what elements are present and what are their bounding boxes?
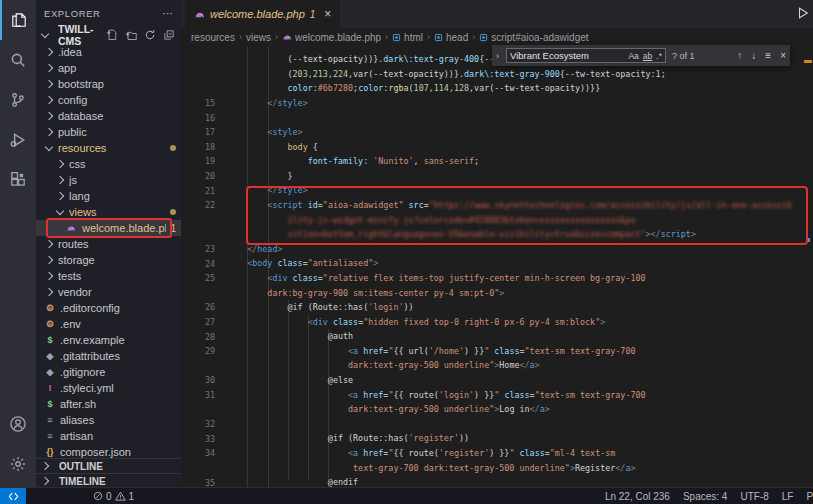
tree-item-storage[interactable]: storage [36, 252, 181, 268]
code-line-24[interactable]: 24 <body class="antialiased"> [181, 256, 813, 271]
eol[interactable]: LF [782, 491, 794, 502]
tree-item-tests[interactable]: tests [36, 268, 181, 284]
tree-item--styleci-yml[interactable]: !.styleci.yml [36, 380, 181, 396]
tree-item--env-example[interactable]: $.env.example [36, 332, 181, 348]
code-line-34[interactable]: 34 <a href="{{ route('register') }}" cla… [181, 446, 813, 461]
match-case-icon[interactable]: Aa [628, 51, 638, 61]
line-number[interactable]: 20 [181, 171, 215, 181]
line-number[interactable]: 19 [181, 156, 215, 166]
settings-gear-icon[interactable] [0, 444, 36, 484]
code-line-18[interactable]: 18 body { [181, 140, 813, 155]
project-section-header[interactable]: TWILL-CMS [36, 26, 181, 44]
code-line-15[interactable]: 15 </style> [181, 96, 813, 111]
breadcrumb-head[interactable]: head [434, 32, 468, 43]
language-mode[interactable]: PHP [806, 491, 813, 502]
new-folder-icon[interactable] [125, 29, 137, 41]
code-line-22[interactable]: 22 <script id="aioa-adawidget" src="http… [181, 198, 813, 213]
problems-status[interactable]: 0 1 [93, 491, 134, 502]
line-number[interactable]: 15 [181, 98, 215, 108]
tree-item-config[interactable]: config [36, 92, 181, 108]
tree-item-css[interactable]: css [36, 156, 181, 172]
code-line-19[interactable]: 19 font-family: 'Nunito', sans-serif; [181, 154, 813, 169]
toggle-replace-icon[interactable]: › [496, 51, 506, 61]
sidebar-more-actions-icon[interactable]: ··· [162, 7, 173, 19]
timeline-section[interactable]: TIMELINE [36, 473, 181, 488]
line-number[interactable]: 16 [181, 113, 215, 123]
code-line-27[interactable]: 27 <div class="hidden fixed top-0 right-… [181, 315, 813, 330]
line-number[interactable]: 21 [181, 186, 215, 196]
line-number[interactable]: 31 [181, 390, 215, 400]
code-line-wrap[interactable]: (203,213,224,var(--text-opacity))}.dark\… [181, 67, 813, 82]
line-number[interactable]: 18 [181, 142, 215, 152]
line-number[interactable]: 29 [181, 346, 215, 356]
code-line-25[interactable]: 25 <div class="relative flex items-top j… [181, 271, 813, 286]
code-line-16[interactable]: 16 [181, 110, 813, 125]
tree-item-aliases[interactable]: ≡aliases [36, 412, 181, 428]
code-line-30[interactable]: 30 @else [181, 373, 813, 388]
tree-item-after-sh[interactable]: $after.sh [36, 396, 181, 412]
line-number[interactable]: 32 [181, 419, 215, 429]
line-number[interactable]: 23 [181, 244, 215, 254]
source-control-icon[interactable] [0, 80, 36, 120]
breadcrumb-views[interactable]: views [246, 32, 271, 43]
tree-item-routes[interactable]: routes [36, 236, 181, 252]
code-editor[interactable]: (--text-opacity))}.dark\:text-gray-400{-… [181, 46, 813, 488]
tree-item-resources[interactable]: resources [36, 140, 181, 156]
tab-close-icon[interactable]: × [324, 7, 331, 21]
breadcrumb-script-aioa-adawidget[interactable]: script#aioa-adawidget [479, 32, 588, 43]
line-number[interactable]: 25 [181, 273, 215, 283]
refresh-icon[interactable] [144, 29, 156, 41]
run-file-icon[interactable] [796, 6, 810, 24]
breadcrumb-html[interactable]: html [392, 32, 423, 43]
code-line-29[interactable]: 29 <a href="{{ url('/home') }}" class="t… [181, 344, 813, 359]
whole-word-icon[interactable]: ab [643, 51, 652, 61]
code-line-33[interactable]: 33 @if (Route::has('register')) [181, 431, 813, 446]
code-line-wrap[interactable]: sition=bottom_right&language=en-US&enabl… [181, 227, 813, 242]
tree-item-database[interactable]: database [36, 108, 181, 124]
encoding[interactable]: UTF-8 [740, 491, 768, 502]
code-line-32[interactable]: 32 [181, 417, 813, 432]
regex-icon[interactable]: .* [656, 51, 662, 61]
code-line-17[interactable]: 17 <style> [181, 125, 813, 140]
tree-item--idea[interactable]: .idea [36, 44, 181, 60]
tree-item-composer-json[interactable]: {}composer.json [36, 444, 181, 458]
accounts-icon[interactable] [0, 404, 36, 444]
code-line-wrap[interactable]: text-gray-700 dark:text-gray-500 underli… [181, 461, 813, 476]
find-previous-icon[interactable]: ↑ [737, 50, 742, 61]
tree-item-lang[interactable]: lang [36, 188, 181, 204]
tree-item-public[interactable]: public [36, 124, 181, 140]
tree-item--editorconfig[interactable]: ⚙.editorconfig [36, 300, 181, 316]
outline-section[interactable]: OUTLINE [36, 458, 181, 473]
code-line-26[interactable]: 26 @if (Route::has('login')) [181, 300, 813, 315]
code-line-28[interactable]: 28 @auth [181, 329, 813, 344]
breadcrumb-resources[interactable]: resources [191, 32, 235, 43]
breadcrumb-welcome-blade-php[interactable]: welcome.blade.php [282, 32, 381, 43]
tree-item--gitattributes[interactable]: ◆.gitattributes [36, 348, 181, 364]
find-input[interactable]: Vibrant Ecosystem Aa ab .* [506, 48, 666, 63]
line-number[interactable]: 22 [181, 200, 215, 210]
line-number[interactable]: 27 [181, 317, 215, 327]
cursor-position[interactable]: Ln 22, Col 236 [605, 491, 670, 502]
line-number[interactable]: 17 [181, 127, 215, 137]
explorer-icon[interactable] [0, 0, 36, 40]
find-in-selection-icon[interactable]: ≡ [765, 50, 771, 61]
tree-item-welcome-blade-php[interactable]: welcome.blade.php1 [36, 220, 181, 236]
line-number[interactable]: 33 [181, 434, 215, 444]
tree-item-vendor[interactable]: vendor [36, 284, 181, 300]
code-line-wrap[interactable]: dark:bg-gray-900 sm:items-center py-4 sm… [181, 286, 813, 301]
line-number[interactable]: 26 [181, 302, 215, 312]
tree-item-app[interactable]: app [36, 60, 181, 76]
search-icon[interactable] [0, 40, 36, 80]
line-number[interactable]: 24 [181, 259, 215, 269]
tree-item--env[interactable]: ⚙.env [36, 316, 181, 332]
tree-item-js[interactable]: js [36, 172, 181, 188]
remote-indicator[interactable] [0, 488, 26, 504]
code-line-21[interactable]: 21 </style> [181, 183, 813, 198]
code-line-31[interactable]: 31 <a href="{{ route('login') }}" class=… [181, 388, 813, 403]
extensions-icon[interactable] [0, 160, 36, 200]
new-file-icon[interactable] [106, 29, 118, 41]
code-line-wrap[interactable]: dark:text-gray-500 underline">Log in</a> [181, 402, 813, 417]
collapse-all-icon[interactable] [163, 29, 175, 41]
line-number[interactable]: 28 [181, 332, 215, 342]
indentation[interactable]: Spaces: 4 [683, 491, 727, 502]
